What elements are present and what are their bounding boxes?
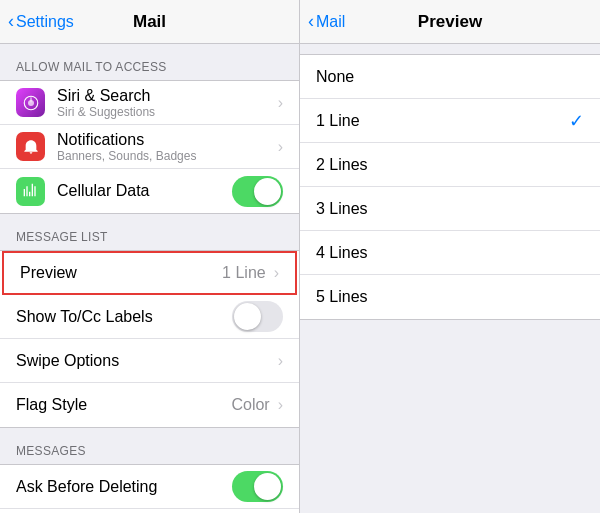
section-header-message-list: MESSAGE LIST: [0, 214, 299, 250]
preview-option-3lines-label: 3 Lines: [316, 200, 368, 218]
right-nav-title: Preview: [418, 12, 482, 32]
cellular-icon: [16, 177, 45, 206]
swipe-options-content: Swipe Options: [16, 352, 274, 370]
flag-style-content: Flag Style: [16, 396, 231, 414]
allow-mail-group: Siri & Search Siri & Suggestions › Notif…: [0, 80, 299, 214]
left-nav-title: Mail: [133, 12, 166, 32]
siri-icon-inner: [16, 88, 45, 117]
right-nav-bar: ‹ Mail Preview: [300, 0, 600, 44]
notif-icon-inner: [16, 132, 45, 161]
preview-option-4lines[interactable]: 4 Lines: [300, 231, 600, 275]
flag-style-title: Flag Style: [16, 396, 231, 414]
notifications-content: Notifications Banners, Sounds, Badges: [57, 131, 274, 163]
swipe-options-row[interactable]: Swipe Options ›: [0, 339, 299, 383]
left-back-label: Settings: [16, 13, 74, 31]
flag-style-row[interactable]: Flag Style Color ›: [0, 383, 299, 427]
show-tocc-toggle-thumb: [234, 303, 261, 330]
preview-option-5lines-label: 5 Lines: [316, 288, 368, 306]
swipe-options-chevron: ›: [278, 352, 283, 370]
siri-chevron: ›: [278, 94, 283, 112]
right-back-button[interactable]: ‹ Mail: [308, 11, 345, 32]
preview-title: Preview: [20, 264, 222, 282]
notifications-right: ›: [274, 138, 283, 156]
siri-right: ›: [274, 94, 283, 112]
preview-option-1line-checkmark: ✓: [569, 110, 584, 132]
notifications-chevron: ›: [278, 138, 283, 156]
messages-group: Ask Before Deleting Load Remote Images: [0, 464, 299, 513]
siri-row[interactable]: Siri & Search Siri & Suggestions ›: [0, 81, 299, 125]
preview-option-3lines[interactable]: 3 Lines: [300, 187, 600, 231]
preview-chevron: ›: [274, 264, 279, 282]
ask-before-deleting-row[interactable]: Ask Before Deleting: [0, 465, 299, 509]
flag-style-chevron: ›: [278, 396, 283, 414]
preview-right: 1 Line ›: [222, 264, 279, 282]
ask-before-deleting-title: Ask Before Deleting: [16, 478, 232, 496]
show-tocc-content: Show To/Cc Labels: [16, 308, 232, 326]
preview-options-group: None 1 Line ✓ 2 Lines 3 Lines 4 Lines 5 …: [300, 54, 600, 320]
show-tocc-toggle[interactable]: [232, 301, 283, 332]
siri-subtitle: Siri & Suggestions: [57, 105, 274, 119]
left-panel: ‹ Settings Mail ALLOW MAIL TO ACCESS Sir…: [0, 0, 300, 513]
ask-before-deleting-content: Ask Before Deleting: [16, 478, 232, 496]
right-panel: ‹ Mail Preview None 1 Line ✓ 2 Lines 3 L…: [300, 0, 600, 513]
cellular-toggle[interactable]: [232, 176, 283, 207]
section-header-allow: ALLOW MAIL TO ACCESS: [0, 44, 299, 80]
swipe-options-right: ›: [274, 352, 283, 370]
right-back-chevron: ‹: [308, 11, 314, 32]
preview-option-none-label: None: [316, 68, 354, 86]
cellular-content: Cellular Data: [57, 182, 232, 200]
cellular-toggle-thumb: [254, 178, 281, 205]
preview-option-5lines[interactable]: 5 Lines: [300, 275, 600, 319]
preview-content: Preview: [20, 264, 222, 282]
siri-icon: [16, 88, 45, 117]
preview-option-2lines-label: 2 Lines: [316, 156, 368, 174]
cellular-icon-inner: [16, 177, 45, 206]
load-remote-images-row[interactable]: Load Remote Images: [0, 509, 299, 513]
section-header-messages: MESSAGES: [0, 428, 299, 464]
cellular-right: [232, 176, 283, 207]
show-tocc-right: [232, 301, 283, 332]
flag-style-value: Color: [231, 396, 269, 414]
left-back-chevron: ‹: [8, 11, 14, 32]
preview-option-4lines-label: 4 Lines: [316, 244, 368, 262]
message-list-group: Preview 1 Line › Show To/Cc Labels: [0, 250, 299, 428]
left-back-button[interactable]: ‹ Settings: [8, 11, 74, 32]
preview-option-1line-label: 1 Line: [316, 112, 360, 130]
preview-row[interactable]: Preview 1 Line ›: [2, 251, 297, 295]
cellular-row[interactable]: Cellular Data: [0, 169, 299, 213]
ask-before-deleting-toggle[interactable]: [232, 471, 283, 502]
notifications-row[interactable]: Notifications Banners, Sounds, Badges ›: [0, 125, 299, 169]
siri-title: Siri & Search: [57, 87, 274, 105]
show-tocc-title: Show To/Cc Labels: [16, 308, 232, 326]
siri-content: Siri & Search Siri & Suggestions: [57, 87, 274, 119]
cellular-title: Cellular Data: [57, 182, 232, 200]
flag-style-right: Color ›: [231, 396, 283, 414]
preview-option-2lines[interactable]: 2 Lines: [300, 143, 600, 187]
preview-option-none[interactable]: None: [300, 55, 600, 99]
preview-option-1line[interactable]: 1 Line ✓: [300, 99, 600, 143]
right-back-label: Mail: [316, 13, 345, 31]
show-tocc-row[interactable]: Show To/Cc Labels: [0, 295, 299, 339]
notifications-subtitle: Banners, Sounds, Badges: [57, 149, 274, 163]
notifications-title: Notifications: [57, 131, 274, 149]
ask-before-deleting-toggle-thumb: [254, 473, 281, 500]
notifications-icon: [16, 132, 45, 161]
ask-before-deleting-right: [232, 471, 283, 502]
left-nav-bar: ‹ Settings Mail: [0, 0, 299, 44]
swipe-options-title: Swipe Options: [16, 352, 274, 370]
preview-value: 1 Line: [222, 264, 266, 282]
